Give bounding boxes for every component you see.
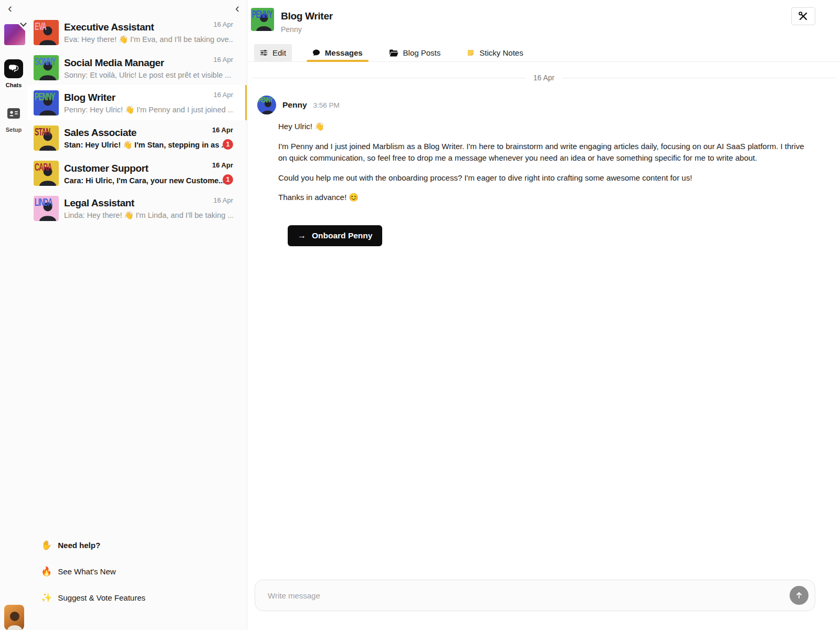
conversation-header-text: Blog Writer Penny	[281, 8, 333, 44]
tab-sticky-notes-label: Sticky Notes	[479, 48, 523, 57]
date-divider: 16 Apr	[252, 74, 836, 82]
message-header: PENNY Penny 3:56 PM	[257, 96, 840, 114]
need-help-label: Need help?	[58, 541, 100, 550]
folder-icon	[389, 49, 398, 57]
avatar-name: EVA	[35, 20, 46, 31]
chat-list: EVA Executive Assistant Eva: Hey there! …	[27, 15, 247, 226]
user-avatar[interactable]	[4, 605, 24, 630]
unread-badge: 1	[223, 139, 233, 150]
left-rail: ‹ Chats Setup	[0, 0, 27, 630]
tab-messages[interactable]: Messages	[307, 44, 369, 61]
avatar-name: PENNY	[35, 91, 55, 101]
onboard-penny-button[interactable]: → Onboard Penny	[288, 225, 382, 246]
avatar-name: STAN	[35, 126, 50, 136]
unread-badge: 1	[223, 174, 233, 185]
message-body: Hey Ulric! 👋 I'm Penny and I just joined…	[257, 121, 840, 204]
send-button[interactable]	[790, 586, 808, 605]
chat-item-text: Customer Support Cara: Hi Ulric, I'm Car…	[64, 162, 233, 185]
chat-avatar: LINDA	[34, 196, 59, 221]
workspace-logo[interactable]	[4, 24, 25, 45]
divider-line	[562, 78, 836, 78]
chat-item-text: Sales Associate Stan: Hey Ulric! 👋 I'm S…	[64, 126, 233, 150]
raised-hand-icon: ✋	[41, 540, 52, 551]
chat-list-item-customer-support[interactable]: CARA Customer Support Cara: Hi Ulric, I'…	[27, 155, 247, 191]
tools-button[interactable]	[791, 7, 815, 25]
whats-new-link[interactable]: 🔥 See What's New	[41, 566, 116, 577]
page-title: Blog Writer	[281, 10, 333, 22]
need-help-link[interactable]: ✋ Need help?	[41, 540, 100, 551]
agent-name: Penny	[281, 25, 333, 34]
conversation-pane: PENNY Blog Writer Penny Edit	[248, 0, 840, 630]
suggest-features-link[interactable]: ✨ Suggest & Vote Features	[41, 592, 145, 603]
arrow-right-icon: →	[298, 231, 306, 240]
avatar-name: PENNY	[252, 8, 272, 19]
back-chevron-icon[interactable]: ‹	[8, 1, 12, 16]
tab-blog-posts-label: Blog Posts	[403, 48, 441, 57]
whats-new-label: See What's New	[58, 567, 116, 576]
chat-list-item-sales-associate[interactable]: STAN Sales Associate Stan: Hey Ulric! 👋 …	[27, 120, 247, 155]
chat-avatar: CARA	[34, 161, 59, 186]
chat-item-date: 16 Apr	[212, 161, 233, 169]
chat-avatar: PENNY	[34, 90, 59, 116]
avatar-name: LINDA	[35, 196, 52, 207]
chat-item-preview: Cara: Hi Ulric, I'm Cara, your new Custo…	[64, 176, 233, 185]
chat-list-item-executive-assistant[interactable]: EVA Executive Assistant Eva: Hey there! …	[27, 15, 247, 50]
sidebar-item-setup[interactable]	[7, 108, 20, 121]
message-composer	[255, 580, 815, 611]
chat-item-date: 16 Apr	[213, 20, 233, 28]
message-scroll-area[interactable]: 16 Apr PENNY Penny 3:56 PM Hey Ulric! 👋 …	[248, 62, 840, 575]
tab-edit-label: Edit	[272, 48, 286, 57]
chat-item-date: 16 Apr	[213, 196, 233, 204]
chat-item-title: Social Media Manager	[64, 57, 233, 69]
tab-edit[interactable]: Edit	[254, 44, 292, 61]
chat-list-item-legal-assistant[interactable]: LINDA Legal Assistant Linda: Hey there! …	[27, 191, 247, 226]
sticky-note-icon	[467, 49, 475, 57]
avatar-name: SONNY	[35, 56, 56, 66]
sparkles-icon: ✨	[41, 592, 52, 603]
message-timestamp: 3:56 PM	[313, 101, 340, 109]
chat-item-preview: Eva: Hey there! 👋 I'm Eva, and I'll be t…	[64, 35, 233, 44]
id-card-icon	[7, 108, 20, 119]
chat-item-title: Executive Assistant	[64, 22, 233, 33]
tools-icon	[798, 11, 808, 22]
chat-item-date: 16 Apr	[212, 126, 233, 134]
tab-sticky-notes[interactable]: Sticky Notes	[461, 44, 529, 61]
sidebar-item-chats[interactable]	[4, 59, 23, 78]
chat-avatar: EVA	[34, 20, 59, 45]
onboard-penny-label: Onboard Penny	[312, 231, 372, 240]
fire-icon: 🔥	[41, 566, 52, 577]
chat-item-title: Blog Writer	[64, 92, 233, 103]
suggest-features-label: Suggest & Vote Features	[58, 593, 145, 602]
agent-avatar: PENNY	[251, 8, 274, 31]
sidebar-item-setup-label: Setup	[0, 127, 27, 133]
chat-bubbles-icon	[8, 64, 19, 74]
user-portrait-silhouette	[4, 605, 24, 630]
message-avatar: PENNY	[257, 96, 276, 114]
collapse-panel-icon[interactable]: ‹	[235, 1, 239, 16]
chat-item-title: Sales Associate	[64, 127, 233, 139]
message-author: Penny	[282, 100, 307, 110]
divider-line	[252, 78, 526, 78]
chat-item-text: Executive Assistant Eva: Hey there! 👋 I'…	[64, 20, 233, 44]
tab-messages-label: Messages	[325, 48, 363, 57]
chat-list-item-blog-writer[interactable]: PENNY Blog Writer Penny: Hey Ulric! 👋 I'…	[27, 85, 247, 120]
chat-item-preview: Penny: Hey Ulric! 👋 I'm Penny and I just…	[64, 106, 233, 114]
chat-item-date: 16 Apr	[213, 91, 233, 99]
tab-blog-posts[interactable]: Blog Posts	[383, 44, 447, 61]
message-input[interactable]	[268, 591, 790, 600]
chat-item-text: Blog Writer Penny: Hey Ulric! 👋 I'm Penn…	[64, 91, 233, 114]
date-divider-label: 16 Apr	[533, 74, 554, 82]
chat-list-panel: ‹ EVA Executive Assistant Eva: Hey there…	[27, 0, 247, 630]
arrow-up-icon	[795, 591, 803, 600]
chat-item-preview: Sonny: Et voilà, Ulric! Le post est prêt…	[64, 71, 233, 79]
message-paragraph: Thanks in advance! 😊	[278, 192, 811, 204]
message: PENNY Penny 3:56 PM Hey Ulric! 👋 I'm Pen…	[248, 96, 840, 246]
sidebar-item-chats-label: Chats	[0, 82, 27, 88]
avatar-name: CARA	[35, 161, 51, 172]
chat-bubble-icon	[312, 49, 320, 57]
chat-item-preview: Stan: Hey Ulric! 👋 I'm Stan, stepping in…	[64, 141, 233, 150]
chat-avatar: STAN	[34, 125, 59, 151]
chat-list-item-social-media-manager[interactable]: SONNY Social Media Manager Sonny: Et voi…	[27, 50, 247, 85]
chat-item-title: Legal Assistant	[64, 197, 233, 209]
chat-avatar: SONNY	[34, 55, 59, 80]
